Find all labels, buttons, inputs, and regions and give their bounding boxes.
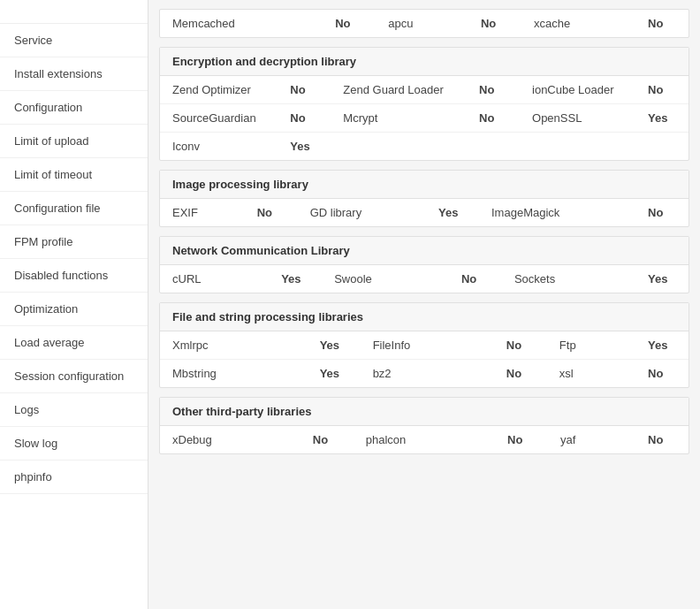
- ext-table-file-string: XmlrpcYesFileInfoNoFtpYesMbstringYesbz2N…: [160, 331, 689, 387]
- table-row: XmlrpcYesFileInfoNoFtpYes: [160, 331, 689, 360]
- ext-name: Zend Optimizer: [160, 76, 278, 104]
- ext-name: Memcached: [160, 10, 323, 37]
- ext-status: Yes: [308, 331, 361, 360]
- section-header-other-third-party: Other third-party libraries: [160, 398, 689, 426]
- table-row: SourceGuardianNoMcryptNoOpenSSLYes: [160, 104, 689, 133]
- ext-name: FileInfo: [361, 331, 494, 360]
- ext-status: No: [468, 10, 521, 37]
- ext-status: No: [635, 10, 689, 37]
- ext-table-network-comm: cURLYesSwooleNoSocketsYes: [160, 265, 689, 293]
- sidebar-item-disabled-functions[interactable]: Disabled functions: [0, 259, 148, 293]
- ext-name: OpenSSL: [520, 104, 635, 133]
- sidebar-title: [0, 0, 148, 24]
- section-image-processing: Image processing libraryEXIFNoGD library…: [159, 170, 689, 227]
- sidebar-item-phpinfo[interactable]: phpinfo: [0, 461, 148, 494]
- ext-name: Iconv: [160, 133, 278, 161]
- section-memcached-row: MemcachedNoapcuNoxcacheNo: [159, 9, 689, 38]
- ext-table-image-processing: EXIFNoGD libraryYesImageMagickNo: [160, 199, 689, 226]
- ext-name: EXIF: [160, 199, 245, 226]
- sidebar-item-configuration-file[interactable]: Configuration file: [0, 192, 148, 225]
- table-row: MemcachedNoapcuNoxcacheNo: [160, 10, 689, 37]
- sidebar-item-install-extensions[interactable]: Install extensions: [0, 57, 148, 91]
- ext-name: [520, 133, 635, 161]
- ext-status: No: [245, 199, 298, 226]
- ext-name: xsl: [547, 360, 635, 388]
- section-network-comm: Network Communication LibrarycURLYesSwoo…: [159, 236, 689, 293]
- ext-name: Xmlrpc: [160, 331, 308, 360]
- ext-status: No: [494, 331, 547, 360]
- section-header-encryption: Encryption and decryption library: [160, 48, 689, 76]
- ext-status: No: [635, 76, 689, 104]
- section-encryption: Encryption and decryption libraryZend Op…: [159, 47, 689, 161]
- sidebar-item-logs[interactable]: Logs: [0, 393, 148, 427]
- ext-name: xcache: [521, 10, 635, 37]
- section-file-string: File and string processing librariesXmlr…: [159, 302, 689, 388]
- ext-name: Swoole: [322, 265, 449, 293]
- ext-name: ionCube Loader: [520, 76, 635, 104]
- ext-status: No: [467, 76, 520, 104]
- ext-status: Yes: [278, 133, 331, 161]
- ext-status: No: [278, 76, 331, 104]
- section-header-network-comm: Network Communication Library: [160, 237, 689, 265]
- ext-name: Zend Guard Loader: [331, 76, 467, 104]
- sidebar-item-configuration[interactable]: Configuration: [0, 91, 148, 125]
- ext-table-other-third-party: xDebugNophalconNoyafNo: [160, 426, 689, 453]
- ext-name: yaf: [548, 426, 635, 453]
- sidebar: ServiceInstall extensionsConfigurationLi…: [0, 0, 148, 609]
- ext-status: No: [635, 199, 689, 226]
- ext-name: bz2: [361, 360, 494, 388]
- ext-name: Mbstring: [160, 360, 308, 388]
- sidebar-item-service[interactable]: Service: [0, 24, 148, 57]
- ext-status: No: [635, 426, 689, 453]
- sidebar-item-fpm-profile[interactable]: FPM profile: [0, 225, 148, 259]
- table-row: cURLYesSwooleNoSocketsYes: [160, 265, 689, 293]
- sidebar-item-limit-of-timeout[interactable]: Limit of timeout: [0, 158, 148, 192]
- ext-status: Yes: [426, 199, 479, 226]
- ext-table-memcached-row: MemcachedNoapcuNoxcacheNo: [160, 10, 689, 37]
- ext-status: No: [494, 360, 547, 388]
- ext-status: No: [323, 10, 376, 37]
- table-row: IconvYes: [160, 133, 689, 161]
- ext-status: Yes: [308, 360, 361, 388]
- ext-status: [635, 133, 689, 161]
- ext-name: SourceGuardian: [160, 104, 278, 133]
- table-row: xDebugNophalconNoyafNo: [160, 426, 689, 453]
- sidebar-item-load-average[interactable]: Load average: [0, 326, 148, 360]
- ext-name: GD library: [298, 199, 426, 226]
- ext-name: xDebug: [160, 426, 301, 453]
- ext-name: Ftp: [547, 331, 635, 360]
- section-header-file-string: File and string processing libraries: [160, 303, 689, 331]
- sidebar-item-session-configuration[interactable]: Session configuration: [0, 360, 148, 393]
- ext-name: apcu: [376, 10, 468, 37]
- main-content: MemcachedNoapcuNoxcacheNoEncryption and …: [148, 0, 700, 609]
- section-other-third-party: Other third-party librariesxDebugNophalc…: [159, 397, 689, 454]
- ext-name: ImageMagick: [479, 199, 635, 226]
- ext-table-encryption: Zend OptimizerNoZend Guard LoaderNoionCu…: [160, 76, 689, 160]
- ext-status: Yes: [635, 265, 689, 293]
- table-row: Zend OptimizerNoZend Guard LoaderNoionCu…: [160, 76, 689, 104]
- ext-status: Yes: [635, 331, 689, 360]
- ext-name: [331, 133, 467, 161]
- sidebar-item-optimization[interactable]: Optimization: [0, 293, 148, 326]
- ext-name: phalcon: [354, 426, 495, 453]
- ext-status: Yes: [269, 265, 322, 293]
- ext-status: [467, 133, 520, 161]
- ext-name: Sockets: [502, 265, 635, 293]
- section-header-image-processing: Image processing library: [160, 171, 689, 199]
- ext-status: No: [449, 265, 502, 293]
- ext-status: No: [495, 426, 548, 453]
- ext-status: No: [635, 360, 689, 388]
- ext-status: No: [301, 426, 354, 453]
- ext-status: No: [467, 104, 520, 133]
- table-row: EXIFNoGD libraryYesImageMagickNo: [160, 199, 689, 226]
- ext-status: Yes: [635, 104, 689, 133]
- ext-name: Mcrypt: [331, 104, 467, 133]
- sidebar-item-limit-of-upload[interactable]: Limit of upload: [0, 125, 148, 158]
- table-row: MbstringYesbz2NoxslNo: [160, 360, 689, 388]
- sidebar-item-slow-log[interactable]: Slow log: [0, 427, 148, 461]
- ext-status: No: [278, 104, 331, 133]
- ext-name: cURL: [160, 265, 269, 293]
